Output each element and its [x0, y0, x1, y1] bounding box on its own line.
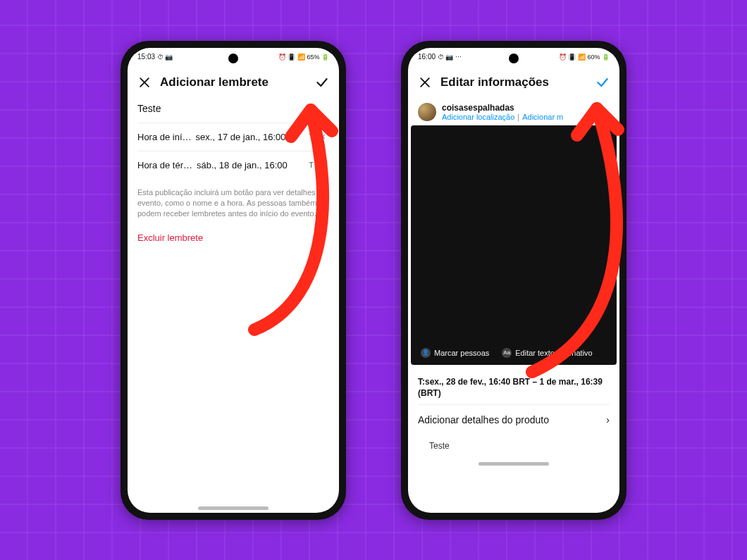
confirm-check-icon[interactable]	[314, 74, 331, 91]
event-date-text: T:sex., 28 de fev., 16:40 BRT – 1 de mar…	[418, 371, 610, 404]
status-right: ⏰ 📳 📶 65% 🔋	[278, 54, 329, 61]
add-location-link[interactable]: Adicionar localização	[442, 113, 514, 121]
app-bar: Editar informações	[408, 66, 619, 99]
clear-end-icon[interactable]: ×	[316, 159, 329, 170]
status-bar: 15:03 ⏱ 📷 ⏰ 📳 📶 65% 🔋	[128, 48, 339, 66]
start-time-tz: T	[306, 132, 316, 141]
end-time-tz: T	[306, 161, 316, 169]
phone-right: 16:00 ⏱ 📷 ⋯ ⏰ 📳 📶 60% 🔋 Editar informaçõ…	[401, 41, 626, 520]
close-icon[interactable]	[136, 74, 153, 91]
start-time-label: Hora de iní…	[137, 132, 192, 142]
caption-text: Teste	[418, 435, 610, 458]
status-bar: 16:00 ⏱ 📷 ⋯ ⏰ 📳 📶 60% 🔋	[408, 48, 619, 66]
status-time: 16:00 ⏱ 📷 ⋯	[418, 53, 462, 61]
tag-people-button[interactable]: 👤 Marcar pessoas	[421, 348, 489, 358]
end-time-value: sáb., 18 de jan., 16:00	[192, 160, 306, 170]
app-bar: Adicionar lembrete	[128, 66, 339, 99]
clear-start-icon[interactable]: ×	[316, 131, 329, 142]
aa-icon: Aa	[502, 348, 512, 358]
chevron-right-icon: ›	[606, 414, 610, 425]
edit-alt-text-button[interactable]: Aa Editar texto alternativo	[502, 348, 592, 358]
user-row: coisasespalhadas Adicionar localização|A…	[408, 99, 619, 125]
close-icon[interactable]	[416, 74, 433, 91]
avatar[interactable]	[418, 103, 436, 121]
page-title: Editar informações	[440, 75, 587, 89]
page-title: Adicionar lembrete	[160, 75, 307, 89]
start-time-row[interactable]: Hora de iní… sex., 17 de jan., 16:00 T ×	[137, 123, 329, 151]
add-more-link[interactable]: Adicionar m	[522, 113, 563, 121]
home-indicator	[479, 462, 549, 466]
info-note: Esta publicação incluirá um botão para v…	[137, 187, 329, 220]
reminder-title: Teste	[137, 103, 329, 114]
end-time-row[interactable]: Hora de tér… sáb., 18 de jan., 16:00 T ×	[137, 151, 329, 179]
status-right: ⏰ 📳 📶 60% 🔋	[559, 54, 610, 61]
confirm-check-icon[interactable]	[594, 74, 611, 91]
person-icon: 👤	[421, 348, 431, 358]
phone-left: 15:03 ⏱ 📷 ⏰ 📳 📶 65% 🔋 Adicionar lembrete…	[121, 41, 346, 520]
delete-reminder-link[interactable]: Excluir lembrete	[137, 232, 329, 243]
end-time-label: Hora de tér…	[137, 160, 192, 170]
start-time-value: sex., 17 de jan., 16:00	[192, 132, 307, 142]
add-product-details-row[interactable]: Adicionar detalhes do produto ›	[418, 404, 610, 435]
media-preview[interactable]: 👤 Marcar pessoas Aa Editar texto alterna…	[411, 125, 617, 365]
status-time: 15:03 ⏱ 📷	[137, 53, 173, 61]
home-indicator	[198, 506, 268, 510]
username[interactable]: coisasespalhadas	[442, 103, 563, 113]
